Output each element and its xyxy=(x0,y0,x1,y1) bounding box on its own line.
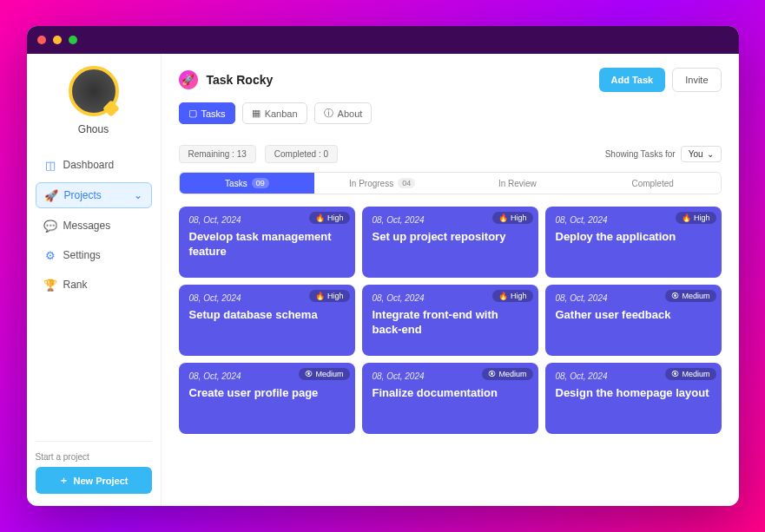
task-card[interactable]: 🔥High08, Oct, 2024Setup database schema xyxy=(179,285,355,356)
sidebar-item-label: Dashboard xyxy=(63,159,115,171)
task-card[interactable]: 🔥High08, Oct, 2024Set up project reposit… xyxy=(362,207,538,278)
tab-kanban[interactable]: ▦ Kanban xyxy=(242,102,307,124)
invite-button[interactable]: Invite xyxy=(672,68,721,92)
sidebar-item-label: Messages xyxy=(63,220,111,232)
info-icon: ⓘ xyxy=(324,107,333,120)
task-date: 08, Oct, 2024 xyxy=(556,293,711,303)
task-title: Set up project repository xyxy=(373,230,528,245)
view-tabs: ▢ Tasks ▦ Kanban ⓘ About xyxy=(179,102,722,124)
add-task-button[interactable]: Add Task xyxy=(599,68,666,92)
avatar[interactable] xyxy=(69,66,119,116)
task-card[interactable]: ⦿Medium08, Oct, 2024Gather user feedback xyxy=(545,285,722,356)
task-card[interactable]: ⦿Medium08, Oct, 2024Create user profile … xyxy=(179,363,355,434)
tab-tasks[interactable]: ▢ Tasks xyxy=(179,102,235,124)
rocket-icon: 🚀 xyxy=(179,70,198,89)
task-date: 08, Oct, 2024 xyxy=(189,293,345,303)
rocket-icon: 🚀 xyxy=(45,189,57,201)
minimize-icon[interactable] xyxy=(53,36,62,44)
sidebar: Ghous ◫ Dashboard 🚀 Projects ⌄ 💬 Message… xyxy=(27,54,162,506)
folder-icon: ▢ xyxy=(188,108,197,119)
task-card[interactable]: ⦿Medium08, Oct, 2024Finalize documentati… xyxy=(362,363,538,434)
trophy-icon: 🏆 xyxy=(44,279,56,291)
status-tabs: Tasks 09 In Progress 04 In Review Comple… xyxy=(179,172,722,194)
status-tab-completed[interactable]: Completed xyxy=(585,173,721,194)
titlebar xyxy=(27,26,739,54)
sidebar-item-label: Rank xyxy=(63,279,88,291)
plus-icon: ＋ xyxy=(59,474,69,487)
task-title: Setup database schema xyxy=(189,308,345,323)
task-card[interactable]: 🔥High08, Oct, 2024Deploy the application xyxy=(545,207,722,278)
status-tab-tasks[interactable]: Tasks 09 xyxy=(180,173,315,194)
close-icon[interactable] xyxy=(37,36,46,44)
task-title: Deploy the application xyxy=(556,230,711,245)
username: Ghous xyxy=(78,123,109,135)
task-date: 08, Oct, 2024 xyxy=(189,215,345,225)
task-title: Integrate front-end with back-end xyxy=(373,308,528,338)
kanban-icon: ▦ xyxy=(252,108,260,119)
maximize-icon[interactable] xyxy=(69,36,77,44)
sidebar-item-dashboard[interactable]: ◫ Dashboard xyxy=(36,153,152,177)
nav: ◫ Dashboard 🚀 Projects ⌄ 💬 Messages ⚙ Se… xyxy=(36,153,152,297)
showing-label: Showing Tasks for xyxy=(605,149,676,159)
main-content: 🚀 Task Rocky Add Task Invite ▢ Tasks ▦ K… xyxy=(162,54,739,506)
count-badge: 09 xyxy=(252,178,269,188)
sidebar-item-rank[interactable]: 🏆 Rank xyxy=(36,273,152,297)
sidebar-item-label: Settings xyxy=(63,249,101,261)
chevron-down-icon: ⌄ xyxy=(134,189,142,201)
task-date: 08, Oct, 2024 xyxy=(556,215,711,225)
task-card[interactable]: ⦿Medium08, Oct, 2024Design the homepage … xyxy=(545,363,722,434)
task-title: Develop task management feature xyxy=(189,230,345,259)
dashboard-icon: ◫ xyxy=(44,159,56,171)
task-title: Gather user feedback xyxy=(556,308,711,323)
task-date: 08, Oct, 2024 xyxy=(189,371,345,381)
project-title: Task Rocky xyxy=(207,73,274,87)
sidebar-item-messages[interactable]: 💬 Messages xyxy=(36,213,152,238)
header-row: 🚀 Task Rocky Add Task Invite xyxy=(179,68,722,92)
chat-icon: 💬 xyxy=(44,220,56,232)
stats-row: Remaining : 13 Completed : 0 Showing Tas… xyxy=(179,145,722,163)
tab-label: Kanban xyxy=(265,108,298,119)
task-date: 08, Oct, 2024 xyxy=(556,371,711,381)
tab-label: Tasks xyxy=(201,108,226,119)
task-title: Create user profile page xyxy=(189,386,345,401)
task-date: 08, Oct, 2024 xyxy=(373,371,528,381)
task-title: Finalize documentation xyxy=(373,386,528,401)
remaining-pill: Remaining : 13 xyxy=(179,145,256,163)
new-project-button[interactable]: ＋ New Project xyxy=(36,467,152,494)
tab-about[interactable]: ⓘ About xyxy=(314,102,373,124)
status-tab-inprogress[interactable]: In Progress 04 xyxy=(314,173,450,194)
task-date: 08, Oct, 2024 xyxy=(373,293,528,303)
app-window: Ghous ◫ Dashboard 🚀 Projects ⌄ 💬 Message… xyxy=(27,26,739,506)
start-project-label: Start a project xyxy=(36,452,152,462)
status-tab-inreview[interactable]: In Review xyxy=(450,173,585,194)
user-filter-select[interactable]: You ⌄ xyxy=(681,146,722,162)
task-card[interactable]: 🔥High08, Oct, 2024Develop task managemen… xyxy=(179,207,355,278)
completed-pill: Completed : 0 xyxy=(265,145,338,163)
task-cards-grid: 🔥High08, Oct, 2024Develop task managemen… xyxy=(179,207,722,434)
sidebar-item-settings[interactable]: ⚙ Settings xyxy=(36,243,152,267)
gear-icon: ⚙ xyxy=(44,249,56,261)
chevron-down-icon: ⌄ xyxy=(707,149,714,159)
task-title: Design the homepage layout xyxy=(556,386,711,401)
sidebar-item-label: Projects xyxy=(64,189,102,201)
task-date: 08, Oct, 2024 xyxy=(373,215,528,225)
sidebar-item-projects[interactable]: 🚀 Projects ⌄ xyxy=(36,182,152,208)
count-badge: 04 xyxy=(398,178,415,188)
new-project-label: New Project xyxy=(74,476,129,486)
tab-label: About xyxy=(338,108,363,119)
task-card[interactable]: 🔥High08, Oct, 2024Integrate front-end wi… xyxy=(362,285,538,356)
